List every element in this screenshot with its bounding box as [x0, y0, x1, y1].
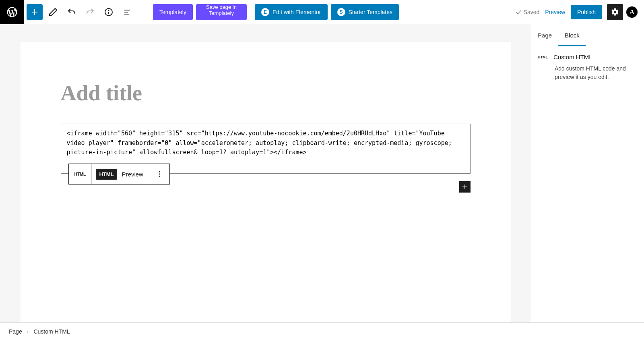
page-content: Add title HTML HTML Preview — [21, 42, 511, 322]
starter-templates-button[interactable]: S Starter Templates — [331, 4, 399, 20]
undo-button[interactable] — [64, 4, 80, 20]
templately-label: Templately — [159, 9, 186, 15]
block-panel-title: Custom HTML — [553, 54, 592, 60]
elementor-icon: E — [261, 8, 269, 16]
page-title-input[interactable]: Add title — [21, 81, 511, 105]
block-panel-description: Add custom HTML code and preview it as y… — [555, 64, 638, 81]
starter-templates-label: Starter Templates — [349, 9, 392, 15]
svg-point-4 — [109, 10, 109, 10]
templately-button[interactable]: Templately — [153, 4, 193, 20]
redo-button[interactable] — [82, 4, 98, 20]
save-templately-line2: Templately — [209, 10, 234, 16]
info-button[interactable] — [101, 4, 117, 20]
breadcrumb-current: Custom HTML — [33, 328, 70, 335]
add-block-button[interactable] — [27, 4, 43, 20]
saved-indicator: Saved — [515, 8, 540, 16]
wordpress-logo[interactable] — [0, 0, 24, 24]
save-in-templately-button[interactable]: Save page in Templately — [196, 4, 247, 20]
html-block-icon: HTML — [538, 55, 548, 60]
starter-icon: S — [337, 8, 345, 16]
breadcrumb: Page › Custom HTML — [0, 322, 644, 340]
save-templately-line1: Save page in — [206, 4, 237, 10]
astra-button[interactable]: A — [626, 6, 638, 18]
editor-canvas[interactable]: Add title HTML HTML Preview — [0, 24, 531, 322]
html-mode-button[interactable]: HTML — [92, 164, 119, 184]
svg-point-9 — [159, 174, 160, 175]
add-block-below-button[interactable] — [459, 181, 471, 193]
saved-label: Saved — [524, 9, 540, 15]
editor-toolbar: Templately Save page in Templately E Edi… — [0, 0, 644, 24]
edit-elementor-button[interactable]: E Edit with Elementor — [255, 4, 328, 20]
settings-sidebar: Page Block HTML Custom HTML Add custom H… — [531, 24, 644, 322]
block-toolbar: HTML HTML Preview — [68, 164, 170, 185]
svg-point-10 — [159, 176, 160, 177]
tab-page[interactable]: Page — [531, 24, 558, 46]
edit-elementor-label: Edit with Elementor — [272, 9, 321, 15]
block-more-button[interactable] — [149, 164, 169, 184]
outline-button[interactable] — [119, 4, 135, 20]
block-type-button[interactable]: HTML — [69, 164, 92, 184]
edit-tool-button[interactable] — [45, 4, 61, 20]
breadcrumb-root[interactable]: Page — [9, 328, 22, 335]
svg-point-8 — [159, 171, 160, 172]
chevron-right-icon: › — [27, 328, 29, 335]
preview-button[interactable]: Preview — [545, 9, 565, 15]
settings-button[interactable] — [607, 4, 623, 20]
tab-block[interactable]: Block — [558, 24, 586, 46]
preview-mode-button[interactable]: Preview — [120, 164, 149, 184]
publish-button[interactable]: Publish — [571, 5, 602, 19]
